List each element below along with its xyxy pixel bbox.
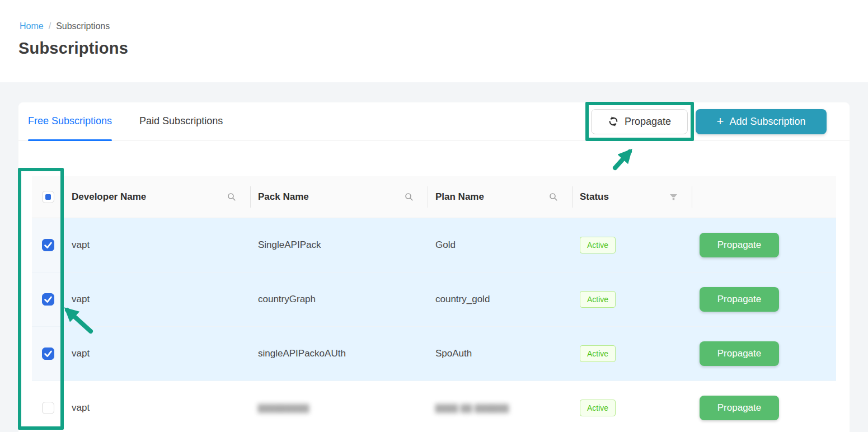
status-cell: Active <box>573 381 692 432</box>
action-cell: Propagate <box>692 381 836 432</box>
row-select-checkbox[interactable] <box>42 348 54 360</box>
column-header-developer-name: Developer Name <box>64 176 251 218</box>
plan-name-cell: country_gold <box>428 273 573 326</box>
status-cell: Active <box>573 218 692 272</box>
breadcrumb-home-link[interactable]: Home <box>20 21 44 31</box>
column-header-plan-name: Plan Name <box>428 176 573 218</box>
row-select-checkbox[interactable] <box>42 239 54 251</box>
table-row: vapt singleAPIPackoAUth SpoAuth Active P… <box>32 327 836 381</box>
column-label: Status <box>580 191 609 203</box>
row-propagate-button[interactable]: Propagate <box>700 341 779 366</box>
row-select-checkbox[interactable] <box>42 402 54 414</box>
toolbar: Propagate + Add Subscription <box>591 109 827 134</box>
tab-paid-subscriptions[interactable]: Paid Subscriptions <box>139 102 223 141</box>
status-badge: Active <box>580 237 616 253</box>
subscriptions-page: Home / Subscriptions Subscriptions Free … <box>0 0 868 432</box>
pack-name-cell-redacted: █████████ <box>251 381 428 432</box>
content-background: Free Subscriptions Paid Subscriptions <box>0 82 868 432</box>
developer-name-cell: vapt <box>64 381 251 432</box>
table-header-row: Developer Name Pack Name <box>32 176 836 218</box>
action-cell: Propagate <box>692 327 836 381</box>
action-cell: Propagate <box>692 273 836 326</box>
row-propagate-button[interactable]: Propagate <box>700 233 779 257</box>
developer-name-cell: vapt <box>64 327 251 381</box>
developer-name-cell: vapt <box>64 273 251 326</box>
row-checkbox-cell <box>32 218 64 272</box>
column-label: Developer Name <box>72 191 146 203</box>
search-icon[interactable] <box>405 192 414 201</box>
search-icon[interactable] <box>549 192 558 201</box>
status-cell: Active <box>573 273 692 326</box>
table-row: vapt countryGraph country_gold Active Pr… <box>32 273 836 327</box>
add-subscription-button[interactable]: + Add Subscription <box>696 109 827 134</box>
search-icon[interactable] <box>227 192 236 201</box>
column-label: Plan Name <box>435 191 484 203</box>
column-header-action <box>692 176 836 218</box>
pack-name-cell: SingleAPIPack <box>251 218 428 272</box>
redacted-text: ████ ██ ██████ <box>435 404 509 412</box>
tab-free-subscriptions[interactable]: Free Subscriptions <box>28 102 112 141</box>
status-badge: Active <box>580 400 616 416</box>
status-badge: Active <box>580 345 616 362</box>
developer-name-cell: vapt <box>64 218 251 272</box>
propagate-toolbar-label: Propagate <box>625 116 671 128</box>
row-propagate-button[interactable]: Propagate <box>700 396 779 420</box>
plan-name-cell: SpoAuth <box>428 327 573 381</box>
select-all-cell <box>32 176 64 218</box>
plan-name-cell: Gold <box>428 218 573 272</box>
action-cell: Propagate <box>692 218 836 272</box>
redacted-text: █████████ <box>258 404 309 412</box>
column-label: Pack Name <box>258 191 309 203</box>
filter-icon[interactable] <box>669 194 678 201</box>
column-header-status: Status <box>573 176 692 218</box>
status-badge: Active <box>580 291 616 308</box>
breadcrumb: Home / Subscriptions <box>20 21 110 31</box>
row-select-checkbox[interactable] <box>42 293 54 306</box>
row-checkbox-cell <box>32 327 64 381</box>
table-row: vapt █████████ ████ ██ ██████ Active Pro… <box>32 381 836 432</box>
select-all-checkbox[interactable] <box>42 191 54 203</box>
breadcrumb-current: Subscriptions <box>56 21 110 31</box>
add-subscription-label: Add Subscription <box>729 116 805 128</box>
sync-icon <box>608 116 619 127</box>
subscriptions-table: Developer Name Pack Name <box>32 176 836 432</box>
pack-name-cell: countryGraph <box>251 273 428 326</box>
pack-name-cell: singleAPIPackoAUth <box>251 327 428 381</box>
row-propagate-button[interactable]: Propagate <box>700 287 779 312</box>
column-header-pack-name: Pack Name <box>251 176 428 218</box>
table-row: vapt SingleAPIPack Gold Active Propagate <box>32 218 836 273</box>
propagate-toolbar-button[interactable]: Propagate <box>591 109 688 134</box>
row-checkbox-cell <box>32 381 64 432</box>
page-title: Subscriptions <box>18 39 128 58</box>
status-cell: Active <box>573 327 692 381</box>
plus-icon: + <box>717 115 724 128</box>
breadcrumb-separator: / <box>49 21 51 31</box>
subscriptions-card: Free Subscriptions Paid Subscriptions <box>18 102 850 432</box>
tab-bar: Free Subscriptions Paid Subscriptions <box>18 102 850 141</box>
plan-name-cell-redacted: ████ ██ ██████ <box>428 381 573 432</box>
row-checkbox-cell <box>32 273 64 326</box>
